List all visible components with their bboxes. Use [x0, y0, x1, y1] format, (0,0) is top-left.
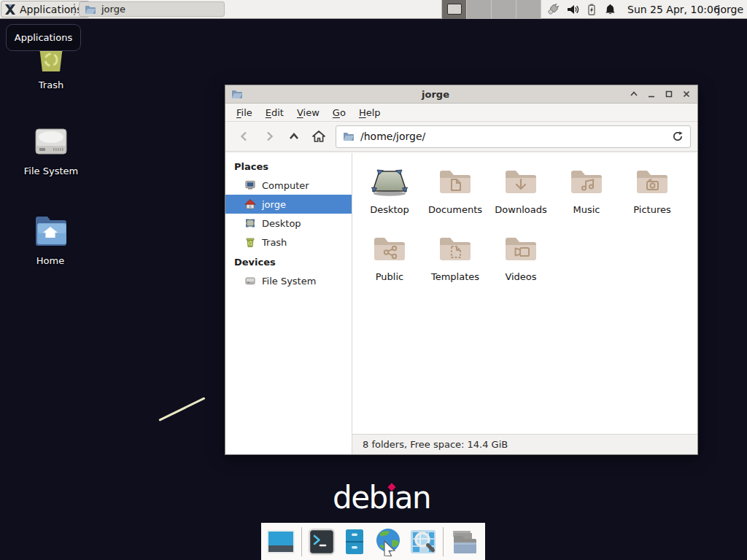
music-folder-icon — [568, 166, 605, 198]
sidebar-item-computer[interactable]: Computer — [225, 176, 352, 195]
directory-menu-button[interactable] — [449, 527, 479, 556]
folder-item-desktop[interactable]: Desktop — [357, 160, 422, 225]
menu-help[interactable]: Help — [352, 105, 387, 120]
location-folder-icon — [343, 131, 355, 142]
stray-line-artifact — [158, 397, 205, 421]
terminal-launcher[interactable] — [307, 527, 336, 556]
folder-icon — [85, 4, 96, 15]
applications-menu-label: Applications — [20, 4, 82, 15]
notifications-bell-icon[interactable] — [604, 3, 616, 16]
desktop-special-icon — [371, 166, 409, 198]
folder-item-pictures[interactable]: Pictures — [619, 160, 685, 225]
taskbar-window-button[interactable]: jorge — [79, 1, 225, 17]
web-browser-launcher[interactable] — [373, 526, 403, 557]
home-icon — [244, 198, 256, 210]
sidebar-header-devices: Devices — [225, 252, 352, 271]
panel-username[interactable]: jorge — [718, 0, 743, 19]
show-desktop-button[interactable] — [266, 527, 296, 556]
desktop-icon-home[interactable]: Home — [7, 214, 94, 266]
menubar: File Edit View Go Help — [225, 104, 697, 122]
file-manager-window: jorge File Edit View Go Help — [225, 85, 698, 455]
directory-folder-icon — [449, 527, 479, 556]
sidebar-item-desktop[interactable]: Desktop — [225, 214, 352, 233]
workspace-2[interactable] — [467, 0, 492, 19]
file-view-column: Desktop Documents — [352, 153, 697, 454]
top-panel: Applications jorge — [0, 0, 747, 19]
workspace-window-miniature — [447, 4, 462, 15]
up-button[interactable] — [282, 125, 306, 147]
taskbar-window-label: jorge — [101, 4, 125, 15]
application-finder-launcher[interactable] — [409, 527, 438, 556]
location-path[interactable]: /home/jorge/ — [360, 131, 666, 142]
file-manager-launcher[interactable] — [341, 527, 368, 556]
window-controls — [628, 89, 692, 100]
desktop-icon-label: File System — [7, 166, 95, 176]
window-title: jorge — [247, 89, 624, 100]
sidebar-item-jorge[interactable]: jorge — [225, 195, 352, 214]
toolbar: /home/jorge/ — [225, 122, 697, 152]
minimize-button[interactable] — [646, 89, 657, 100]
menu-go[interactable]: Go — [326, 105, 352, 120]
pictures-folder-icon — [633, 166, 671, 198]
menu-edit[interactable]: Edit — [259, 105, 290, 120]
maximize-button[interactable] — [663, 89, 674, 100]
debian-logo-text: deb — [333, 480, 387, 516]
clock[interactable]: Sun 25 Apr, 10:06 — [627, 0, 720, 19]
titlebar[interactable]: jorge — [225, 85, 697, 104]
forward-button[interactable] — [257, 125, 282, 147]
home-folder-icon — [32, 214, 69, 249]
system-tray — [546, 0, 616, 19]
sidebar-item-file-system[interactable]: File System — [225, 271, 352, 290]
folder-label: Templates — [431, 271, 479, 282]
application-finder-icon — [409, 527, 438, 556]
hard-drive-icon — [244, 275, 256, 287]
web-browser-globe-icon — [373, 526, 403, 557]
sidebar: Places Computer jorge — [225, 153, 352, 454]
reload-icon[interactable] — [672, 131, 684, 142]
desktop-icon-file-system[interactable]: File System — [7, 125, 95, 176]
folder-item-videos[interactable]: Videos — [488, 228, 554, 292]
folder-label: Pictures — [633, 204, 670, 215]
sidebar-item-label: jorge — [262, 199, 286, 210]
folder-item-music[interactable]: Music — [554, 160, 619, 225]
shade-button[interactable] — [628, 89, 639, 100]
documents-folder-icon — [436, 166, 474, 198]
sidebar-item-label: Computer — [262, 180, 309, 191]
home-button[interactable] — [306, 125, 331, 147]
back-button[interactable] — [232, 125, 257, 147]
panel-separator-handle[interactable] — [74, 4, 77, 15]
folder-item-templates[interactable]: Templates — [422, 228, 488, 292]
folder-label: Downloads — [495, 204, 546, 215]
videos-folder-icon — [502, 233, 540, 265]
terminal-icon — [307, 527, 336, 556]
hard-drive-icon — [33, 125, 69, 159]
desktop-icon-label: Trash — [7, 79, 95, 90]
folder-item-downloads[interactable]: Downloads — [488, 160, 554, 225]
volume-icon[interactable] — [566, 3, 579, 16]
applications-menu-icon — [4, 4, 16, 15]
dock-separator — [443, 527, 444, 556]
file-cabinet-icon — [341, 527, 368, 556]
close-button[interactable] — [681, 89, 692, 100]
dock-separator — [301, 527, 302, 556]
workspace-1[interactable] — [442, 0, 467, 19]
window-folder-icon — [231, 88, 243, 100]
sidebar-item-label: Desktop — [262, 218, 301, 229]
location-bar[interactable]: /home/jorge/ — [336, 125, 691, 148]
workspace-4[interactable] — [516, 0, 541, 19]
sidebar-item-trash[interactable]: Trash — [225, 233, 352, 252]
battery-charging-icon[interactable] — [585, 3, 598, 16]
workspace-3[interactable] — [492, 0, 516, 19]
public-folder-icon — [371, 233, 409, 265]
desktop-icon — [244, 217, 256, 229]
power-plug-icon[interactable] — [546, 2, 560, 17]
menu-view[interactable]: View — [290, 105, 326, 120]
folder-item-public[interactable]: Public — [357, 228, 422, 292]
folder-label: Videos — [505, 271, 536, 282]
statusbar: 8 folders, Free space: 14.4 GiB — [352, 434, 697, 454]
folder-item-documents[interactable]: Documents — [422, 160, 488, 225]
menu-file[interactable]: File — [230, 105, 259, 120]
sidebar-item-label: Trash — [262, 237, 287, 248]
file-view[interactable]: Desktop Documents — [352, 153, 697, 434]
debian-logo-text: an — [395, 480, 430, 516]
